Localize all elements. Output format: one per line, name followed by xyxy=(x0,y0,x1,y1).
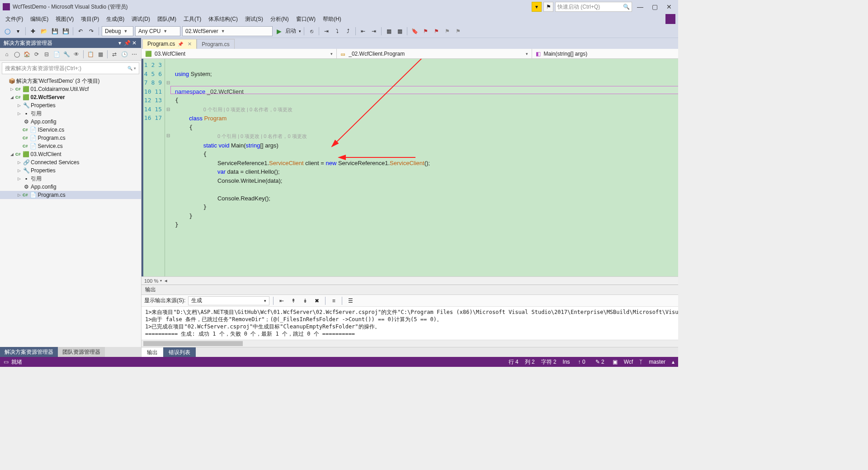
nav-class-dropdown[interactable]: 🝙_02.WcfClient.Program▾ xyxy=(337,49,532,58)
tree-item[interactable]: ◢C#🟩03.WcfClient xyxy=(0,150,141,158)
back-button[interactable]: ◯ xyxy=(3,27,12,36)
prev-icon[interactable]: ↟ xyxy=(289,296,298,305)
flag-gray-icon[interactable]: ⚑ xyxy=(443,27,452,36)
menu-item[interactable]: 生成(B) xyxy=(104,14,127,24)
zoom-control[interactable]: 100 %▾◂ xyxy=(142,276,678,285)
tree-item[interactable]: 📦解决方案'WcfTestDemo' (3 个项目) xyxy=(0,77,141,85)
preview-icon[interactable]: 👁 xyxy=(72,50,80,58)
solution-search-input[interactable]: 搜索解决方案资源管理器(Ctrl+;) 🔍 ▾ xyxy=(2,62,139,74)
tree-item[interactable]: ▷🔧Properties xyxy=(0,166,141,175)
step-into-icon[interactable]: ⇥ xyxy=(322,27,331,36)
open-button[interactable]: 📂 xyxy=(39,27,48,36)
indent-icon[interactable]: ⇤ xyxy=(359,27,368,36)
uncomment-icon[interactable]: ▦ xyxy=(395,27,404,36)
menu-item[interactable]: 帮助(H) xyxy=(320,14,344,24)
flag-red-icon[interactable]: ⚑ xyxy=(432,27,441,36)
tree-item[interactable]: ▷🔗Connected Services xyxy=(0,158,141,166)
codelens-hint[interactable]: 0 个引用 | 0 项更改 | 0 名作者，0 项更改 xyxy=(203,107,293,112)
platform-dropdown[interactable]: Any CPU▼ xyxy=(135,26,180,36)
goto-icon[interactable]: ⇤ xyxy=(277,296,286,305)
copy-icon[interactable]: 📋 xyxy=(86,50,94,58)
flag-red-icon[interactable]: ⚑ xyxy=(421,27,430,36)
next-icon[interactable]: ↡ xyxy=(301,296,310,305)
tree-item[interactable]: C#📄Service.cs xyxy=(0,142,141,150)
step-over-icon[interactable]: ⤵ xyxy=(333,27,342,36)
panel-menu-icon[interactable]: ▾ xyxy=(117,40,123,46)
pin-icon[interactable]: 📌 xyxy=(124,40,130,46)
tab-solution-explorer[interactable]: 解决方案资源管理器 xyxy=(0,347,58,357)
bookmark-icon[interactable]: 🔖 xyxy=(410,27,419,36)
menu-item[interactable]: 测试(S) xyxy=(242,14,266,24)
view-icon[interactable]: ▦ xyxy=(96,50,104,58)
flag-gray-icon[interactable]: ⚑ xyxy=(453,27,462,36)
editor-tab[interactable]: Program.cs xyxy=(197,39,234,49)
horizontal-scrollbar[interactable] xyxy=(142,340,678,347)
start-label[interactable]: 启动 xyxy=(285,27,296,35)
new-button[interactable]: ✚ xyxy=(28,27,38,36)
tree-item[interactable]: ▷🔧Properties xyxy=(0,101,141,109)
sync-icon[interactable]: 🏠 xyxy=(23,50,31,58)
feedback-button[interactable]: ⚑ xyxy=(543,2,553,12)
status-publish[interactable]: ↑ 0 xyxy=(576,359,587,365)
clear-icon[interactable]: ✖ xyxy=(312,296,321,305)
tab-output[interactable]: 输出 xyxy=(142,347,163,357)
comment-icon[interactable]: ▦ xyxy=(384,27,393,36)
home-icon[interactable]: ⌂ xyxy=(3,50,11,58)
status-changes[interactable]: ✎ 2 xyxy=(594,359,606,365)
forward-button[interactable]: ▾ xyxy=(14,27,23,36)
wrap-icon[interactable]: ≡ xyxy=(329,296,338,305)
tab-error-list[interactable]: 错误列表 xyxy=(163,347,196,357)
properties-icon[interactable]: 🔧 xyxy=(62,50,71,58)
refresh-icon[interactable]: ⟳ xyxy=(33,50,41,58)
tree-item[interactable]: C#📄Program.cs xyxy=(0,134,141,142)
tree-item[interactable]: ▷C#🟩01.Coldairarrow.Util.Wcf xyxy=(0,85,141,93)
close-button[interactable]: ✕ xyxy=(663,2,675,12)
tree-item[interactable]: ▷▪引用 xyxy=(0,175,141,183)
list-icon[interactable]: ☰ xyxy=(346,296,355,305)
editor-tab-active[interactable]: Program.cs 📌 ✕ xyxy=(142,39,197,49)
status-branch[interactable]: master xyxy=(649,359,665,365)
tree-item[interactable]: C#📄IService.cs xyxy=(0,126,141,134)
close-icon[interactable]: ✕ xyxy=(131,40,137,46)
minimize-button[interactable]: — xyxy=(634,2,646,12)
step-out-icon[interactable]: ⤴ xyxy=(344,27,353,36)
startup-dropdown[interactable]: 02.WcfServer▼ xyxy=(182,26,273,36)
menu-item[interactable]: 视图(V) xyxy=(53,14,76,24)
menu-item[interactable]: 项目(P) xyxy=(78,14,102,24)
toolbar-icon[interactable]: ⎋ xyxy=(307,27,316,36)
restore-button[interactable]: ▢ xyxy=(648,2,661,12)
tab-team-explorer[interactable]: 团队资源管理器 xyxy=(58,347,105,357)
menu-item[interactable]: 团队(M) xyxy=(155,14,179,24)
back-icon[interactable]: ◯ xyxy=(13,50,21,58)
nav-method-dropdown[interactable]: ◧Main(string[] args)▾ xyxy=(532,49,678,58)
nav-project-dropdown[interactable]: 🟩03.WcfClient▾ xyxy=(142,49,337,58)
pin-icon[interactable]: 📌 xyxy=(178,42,183,47)
quick-launch-input[interactable]: 快速启动 (Ctrl+Q) 🔍 xyxy=(555,2,632,12)
history-icon[interactable]: 🕓 xyxy=(120,50,128,58)
menu-item[interactable]: 文件(F) xyxy=(3,14,26,24)
codelens-hint[interactable]: 0 个引用 | 0 项更改 | 0 名作者，0 项更改 xyxy=(217,133,307,139)
notifications-button[interactable]: ▾ xyxy=(532,2,542,12)
tree-item[interactable]: ⚙App.config xyxy=(0,118,141,126)
output-text[interactable]: 1>来自项目"D:\文档\ASP.NET项目\GitHub\Wcf\01.Wcf… xyxy=(142,307,678,340)
menu-item[interactable]: 窗口(W) xyxy=(293,14,318,24)
menu-item[interactable]: 体系结构(C) xyxy=(206,14,241,24)
tree-item[interactable]: ▷▪引用 xyxy=(0,109,141,118)
tree-item[interactable]: ▷C#📄Program.cs xyxy=(0,191,141,199)
undo-button[interactable]: ↶ xyxy=(76,27,85,36)
start-button[interactable]: ▶ xyxy=(274,27,283,36)
show-all-icon[interactable]: 📄 xyxy=(52,50,61,58)
code-content[interactable]: using System; namespace _02.WcfClient { … xyxy=(171,59,678,276)
status-arrow-icon[interactable]: ▴ xyxy=(672,359,675,365)
redo-button[interactable]: ↷ xyxy=(87,27,96,36)
collapse-icon[interactable]: ⊟ xyxy=(42,50,51,58)
save-all-button[interactable]: 💾 xyxy=(61,27,70,36)
save-button[interactable]: 💾 xyxy=(50,27,59,36)
config-dropdown[interactable]: Debug▼ xyxy=(102,26,133,36)
status-repo[interactable]: Wcf xyxy=(624,359,633,365)
output-source-dropdown[interactable]: 生成▾ xyxy=(188,296,269,305)
tree-item[interactable]: ◢C#🟩02.WcfServer xyxy=(0,93,141,101)
code-editor[interactable]: 1 2 3 4 5 6 7 8 9 10 11 12 13 14 15 16 1… xyxy=(142,59,678,276)
menu-item[interactable]: 调试(D) xyxy=(129,14,153,24)
close-icon[interactable]: ✕ xyxy=(188,41,192,47)
